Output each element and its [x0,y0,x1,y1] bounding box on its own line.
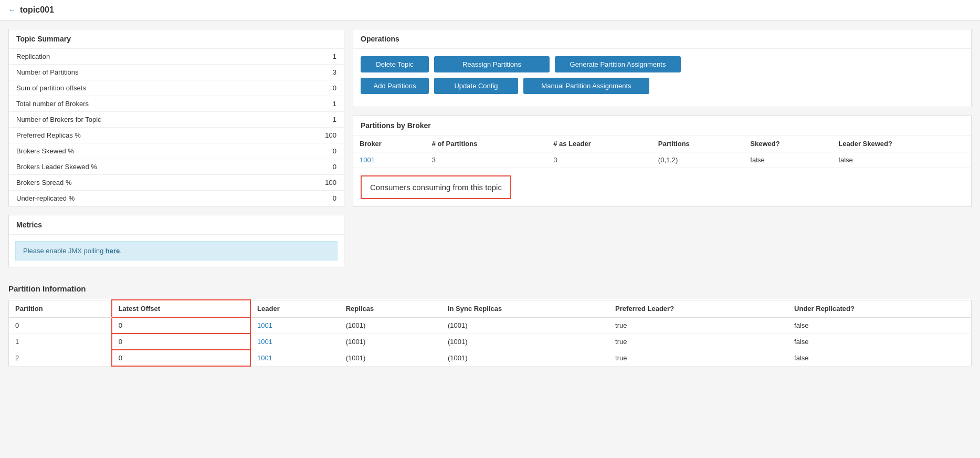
summary-value: 0 [274,159,344,175]
pi-leader-link[interactable]: 1001 [257,321,272,329]
summary-value: 0 [274,191,344,206]
broker-skewed: false [744,152,832,168]
summary-label: Brokers Leader Skewed % [9,159,274,175]
pi-col-partition: Partition [9,300,112,317]
partition-row: 2 0 1001 (1001) (1001) true false [9,350,972,366]
metrics-card: Metrics Please enable JMX polling here. [8,215,344,267]
summary-label: Number of Partitions [9,65,274,80]
ops-btn-row-2: Add Partitions Update Config Manual Part… [361,78,964,94]
update-config-button[interactable]: Update Config [434,78,518,94]
pi-under-rep: false [788,350,971,366]
pi-preferred: true [609,317,788,334]
metrics-info: Please enable JMX polling here. [15,241,338,261]
summary-row: Number of Partitions3 [9,65,344,80]
col-partitions: Partitions [652,136,744,152]
metrics-jmx-link[interactable]: here [106,247,120,255]
col-num-partitions: # of Partitions [426,136,547,152]
pi-preferred: true [609,350,788,366]
page-title: topic001 [20,5,54,15]
manual-partition-assignments-button[interactable]: Manual Partition Assignments [523,78,649,94]
summary-row: Brokers Spread %100 [9,175,344,191]
pi-in-sync: (1001) [441,334,609,350]
bottom-section: Partition Information Partition Latest O… [0,284,980,375]
pi-latest-offset: 0 [112,334,250,350]
consumers-text: Consumers consuming from this topic [370,183,502,192]
right-column: Operations Delete Topic Reassign Partiti… [353,29,972,276]
summary-label: Brokers Skewed % [9,143,274,159]
pi-under-rep: false [788,334,971,350]
operations-header: Operations [353,29,971,49]
partitions-by-broker-header-row: Broker # of Partitions # as Leader Parti… [353,136,971,152]
col-leader-skewed: Leader Skewed? [832,136,971,152]
summary-row: Brokers Skewed %0 [9,143,344,159]
pi-preferred: true [609,334,788,350]
summary-label: Sum of partition offsets [9,80,274,96]
summary-value: 100 [274,128,344,143]
pi-partition: 1 [9,334,112,350]
summary-value: 1 [274,49,344,65]
partition-info-header-row: Partition Latest Offset Leader Replicas … [9,300,972,317]
operations-card: Operations Delete Topic Reassign Partiti… [353,29,972,107]
ops-btn-row-1: Delete Topic Reassign Partitions Generat… [361,56,964,72]
pi-replicas: (1001) [340,317,441,334]
summary-label: Preferred Replicas % [9,128,274,143]
reassign-partitions-button[interactable]: Reassign Partitions [434,56,550,72]
summary-label: Under-replicated % [9,191,274,206]
partitions-by-broker-card: Partitions by Broker Broker # of Partiti… [353,116,972,207]
summary-row: Under-replicated %0 [9,191,344,206]
broker-num-partitions: 3 [426,152,547,168]
generate-partition-assignments-button[interactable]: Generate Partition Assignments [555,56,681,72]
pi-replicas: (1001) [340,334,441,350]
partitions-by-broker-table: Broker # of Partitions # as Leader Parti… [353,136,971,168]
left-column: Topic Summary Replication1Number of Part… [8,29,344,276]
summary-table: Replication1Number of Partitions3Sum of … [9,49,344,206]
summary-row: Brokers Leader Skewed %0 [9,159,344,175]
summary-value: 1 [274,96,344,112]
partition-info-title: Partition Information [8,284,972,293]
main-content: Topic Summary Replication1Number of Part… [0,20,980,284]
pi-partition: 0 [9,317,112,334]
summary-value: 100 [274,175,344,191]
metrics-message-suffix: . [120,247,122,255]
pi-leader: 1001 [250,334,340,350]
summary-value: 0 [274,143,344,159]
summary-row: Replication1 [9,49,344,65]
back-arrow[interactable]: ← [8,6,16,14]
pi-leader-link[interactable]: 1001 [257,338,272,346]
summary-row: Sum of partition offsets0 [9,80,344,96]
summary-label: Number of Brokers for Topic [9,112,274,128]
broker-link[interactable]: 1001 [360,156,375,164]
col-skewed: Skewed? [744,136,832,152]
col-as-leader: # as Leader [547,136,652,152]
broker-as-leader: 3 [547,152,652,168]
partitions-by-broker-header: Partitions by Broker [353,116,971,136]
pi-under-rep: false [788,317,971,334]
broker-row: 1001 3 3 (0,1,2) false false [353,152,971,168]
summary-label: Brokers Spread % [9,175,274,191]
consumers-box: Consumers consuming from this topic [361,175,511,199]
summary-value: 3 [274,65,344,80]
top-bar: ← topic001 [0,0,980,20]
broker-leader-skewed: false [832,152,971,168]
pi-in-sync: (1001) [441,350,609,366]
partition-row: 0 0 1001 (1001) (1001) true false [9,317,972,334]
pi-col-leader: Leader [250,300,340,317]
metrics-header: Metrics [9,215,344,235]
operations-buttons: Delete Topic Reassign Partitions Generat… [353,49,971,107]
metrics-message-prefix: Please enable JMX polling [23,247,106,255]
col-broker: Broker [353,136,426,152]
summary-value: 1 [274,112,344,128]
summary-row: Number of Brokers for Topic1 [9,112,344,128]
add-partitions-button[interactable]: Add Partitions [361,78,429,94]
consumers-section: Consumers consuming from this topic [353,168,971,206]
pi-leader-link[interactable]: 1001 [257,354,272,362]
delete-topic-button[interactable]: Delete Topic [361,56,429,72]
pi-col-latest-offset: Latest Offset [112,300,250,317]
broker-partitions: (0,1,2) [652,152,744,168]
pi-latest-offset: 0 [112,317,250,334]
topic-summary-card: Topic Summary Replication1Number of Part… [8,29,344,206]
pi-col-preferred: Preferred Leader? [609,300,788,317]
pi-leader: 1001 [250,350,340,366]
summary-value: 0 [274,80,344,96]
partition-info-table: Partition Latest Offset Leader Replicas … [8,299,972,367]
